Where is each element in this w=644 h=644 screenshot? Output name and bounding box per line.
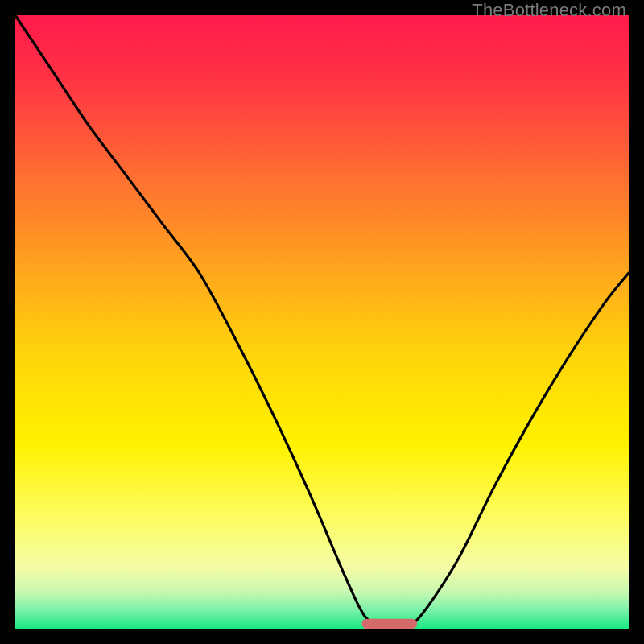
watermark-text: TheBottleneck.com	[472, 0, 626, 21]
chart-background	[15, 15, 629, 629]
bottleneck-chart	[15, 15, 629, 629]
optimal-marker	[362, 619, 418, 629]
chart-frame	[15, 15, 629, 629]
